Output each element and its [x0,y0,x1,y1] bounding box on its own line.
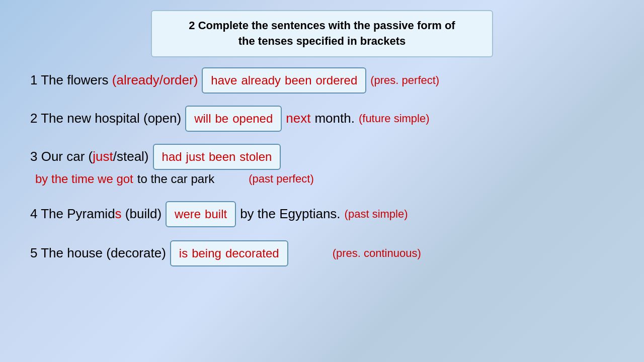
s1-word2: already [241,71,281,89]
s2-prefix: 2 The new hospital (open) [30,109,181,128]
s2-tense: (future simple) [359,110,430,127]
s5-prefix: 5 The house (decorate) [30,243,166,263]
s2-next: next [286,109,310,128]
sentence-3: 3 Our car (just/steal) had just been sto… [30,144,624,188]
sentence-4: 4 The Pyramids (build) were built by the… [30,201,624,227]
title-line2: the tenses specified in brackets [238,35,406,47]
s4-word1: were [175,205,201,223]
sentence-5-row: 5 The house (decorate) is being decorate… [30,240,624,266]
s2-answer-box: will be opened [185,106,282,132]
s1-word1: have [211,71,237,89]
s3-sub-black: to the car park [137,170,214,188]
s1-answer-box: have already been ordered [202,67,366,94]
sentence-1-row: 1 The flowers (already/order) have alrea… [30,67,624,94]
s3-prefix: 3 Our car (just/steal) [30,147,149,166]
s1-word4: ordered [316,71,358,89]
sentences-container: 1 The flowers (already/order) have alrea… [20,67,624,268]
s3-tense: (past perfect) [249,170,314,187]
s2-word2: be [215,110,228,128]
s3-word3: been [209,148,235,166]
s1-tense: (pres. perfect) [370,72,439,88]
s5-word3: decorated [225,244,279,262]
s1-prefix: 1 The flowers (already/order) [30,70,198,90]
sentence-4-row: 4 The Pyramids (build) were built by the… [30,201,624,227]
sentence-1: 1 The flowers (already/order) have alrea… [30,67,624,94]
main-container: 2 Complete the sentences with the passiv… [0,0,644,362]
s5-word1: is [179,244,188,262]
s2-word1: will [194,110,211,128]
sentence-2: 2 The new hospital (open) will be opened… [30,106,624,132]
title-text: 2 Complete the sentences with the passiv… [167,18,477,49]
sentence-3-row: 3 Our car (just/steal) had just been sto… [30,144,624,170]
sentence-2-row: 2 The new hospital (open) will be opened… [30,106,624,132]
s4-prefix: 4 The Pyramids (build) [30,204,162,224]
s3-answer-box: had just been stolen [153,144,281,170]
sentence-3-sub: by the time we got to the car park (past… [30,170,624,188]
s3-word2: just [186,148,205,166]
s5-answer-box: is being decorated [170,240,288,266]
s4-word2: built [205,205,227,223]
s3-sub-red: by the time we got [35,170,133,188]
sentence-5: 5 The house (decorate) is being decorate… [30,240,624,266]
s4-tense: (past simple) [345,206,408,222]
s4-egyptians: by the Egyptians. [240,204,340,224]
title-box: 2 Complete the sentences with the passiv… [151,10,493,57]
s2-month: month. [314,109,355,128]
s5-word2: being [192,244,221,262]
s4-answer-box: were built [166,201,236,227]
s3-word4: stolen [239,148,272,166]
s2-word3: opened [232,110,273,128]
title-line1: 2 Complete the sentences with the passiv… [189,19,455,32]
s1-word3: been [285,71,311,89]
s5-tense: (pres. continuous) [333,245,421,261]
s3-word1: had [162,148,182,166]
